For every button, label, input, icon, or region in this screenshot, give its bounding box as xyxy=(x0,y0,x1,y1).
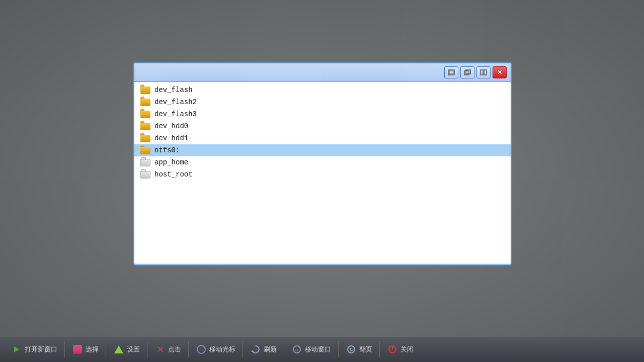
taskbar-divider xyxy=(106,341,106,357)
taskbar-item-click[interactable]: ✕点击 xyxy=(148,342,187,357)
taskbar-item-page-turn[interactable]: ⇅翻页 xyxy=(340,342,378,357)
x-icon: ✕ xyxy=(154,344,166,355)
file-manager-window: ✕ dev_flashdev_flash2dev_flash3dev_hdd0d… xyxy=(133,62,512,265)
svg-text:↔: ↔ xyxy=(294,347,299,352)
folder-icon xyxy=(140,111,150,118)
file-list: dev_flashdev_flash2dev_flash3dev_hdd0dev… xyxy=(134,82,511,263)
taskbar-item-label: 移动光标 xyxy=(209,345,235,354)
taskbar-item-label: 刷新 xyxy=(264,345,277,354)
title-bar: ✕ xyxy=(134,63,511,82)
taskbar-item-close[interactable]: 关闭 xyxy=(381,342,420,357)
taskbar-divider xyxy=(64,341,65,357)
taskbar-divider xyxy=(147,341,147,357)
svg-rect-4 xyxy=(480,70,483,75)
play-icon xyxy=(11,344,22,355)
close-button[interactable]: ✕ xyxy=(493,66,507,78)
page-icon: ⇅ xyxy=(346,344,357,355)
taskbar-item-move-cursor[interactable]: 移动光标 xyxy=(190,342,242,357)
folder-icon xyxy=(140,171,150,178)
power-icon xyxy=(387,344,398,355)
taskbar-item-label: 翻页 xyxy=(359,345,372,354)
file-name: dev_flash xyxy=(154,86,193,94)
select-icon xyxy=(72,344,83,355)
folder-icon xyxy=(140,123,150,130)
file-item[interactable]: dev_flash3 xyxy=(134,108,511,120)
taskbar-item-select[interactable]: 选择 xyxy=(66,342,105,357)
file-name: host_root xyxy=(154,170,193,178)
file-name: dev_hdd0 xyxy=(154,122,188,130)
restore-button[interactable] xyxy=(460,66,474,78)
taskbar-divider xyxy=(379,341,380,357)
file-item[interactable]: app_home xyxy=(134,156,511,168)
folder-icon xyxy=(140,147,150,154)
refresh-icon xyxy=(250,344,261,355)
folder-icon xyxy=(140,86,150,94)
taskbar-item-label: 打开新窗口 xyxy=(25,345,57,354)
taskbar-item-settings[interactable]: 设置 xyxy=(107,342,146,357)
file-name: dev_flash3 xyxy=(154,110,197,118)
settings-icon xyxy=(113,344,124,355)
taskbar-item-label: 关闭 xyxy=(400,345,414,354)
file-item[interactable]: ntfs0: xyxy=(134,144,511,156)
window-controls: ✕ xyxy=(444,66,507,78)
file-name: dev_hdd1 xyxy=(154,134,188,142)
folder-icon xyxy=(140,159,150,166)
file-name: app_home xyxy=(154,158,188,166)
file-item[interactable]: dev_hdd1 xyxy=(134,132,511,144)
svg-rect-1 xyxy=(449,71,453,74)
file-item[interactable]: host_root xyxy=(134,168,511,180)
taskbar-item-label: 移动窗口 xyxy=(305,345,331,354)
folder-icon xyxy=(140,99,150,106)
taskbar-item-label: 点击 xyxy=(168,345,181,354)
file-item[interactable]: dev_hdd0 xyxy=(134,120,511,132)
move-icon: ↔ xyxy=(291,344,302,355)
taskbar-divider xyxy=(284,341,284,357)
taskbar-item-refresh[interactable]: 刷新 xyxy=(244,342,283,357)
svg-rect-5 xyxy=(484,70,487,75)
svg-marker-6 xyxy=(251,350,254,352)
taskbar-item-label: 选择 xyxy=(86,345,99,354)
tile-button[interactable] xyxy=(476,66,491,78)
taskbar-item-open-new-window[interactable]: 打开新窗口 xyxy=(5,342,63,357)
taskbar-divider xyxy=(338,341,339,357)
file-name: ntfs0: xyxy=(154,146,180,154)
taskbar: 打开新窗口选择设置✕点击移动光标刷新↔移动窗口⇅翻页关闭 xyxy=(0,337,644,362)
file-name: dev_flash2 xyxy=(154,98,197,106)
folder-icon xyxy=(140,135,150,142)
maximize-button[interactable] xyxy=(444,66,458,78)
cursor-icon xyxy=(196,344,207,355)
file-item[interactable]: dev_flash xyxy=(134,84,511,96)
file-item[interactable]: dev_flash2 xyxy=(134,96,511,108)
svg-text:⇅: ⇅ xyxy=(349,347,353,352)
taskbar-item-move-window[interactable]: ↔移动窗口 xyxy=(285,342,337,357)
taskbar-item-label: 设置 xyxy=(127,345,140,354)
svg-rect-2 xyxy=(464,71,469,75)
svg-rect-3 xyxy=(466,70,470,74)
taskbar-divider xyxy=(243,341,243,357)
taskbar-divider xyxy=(188,341,189,357)
